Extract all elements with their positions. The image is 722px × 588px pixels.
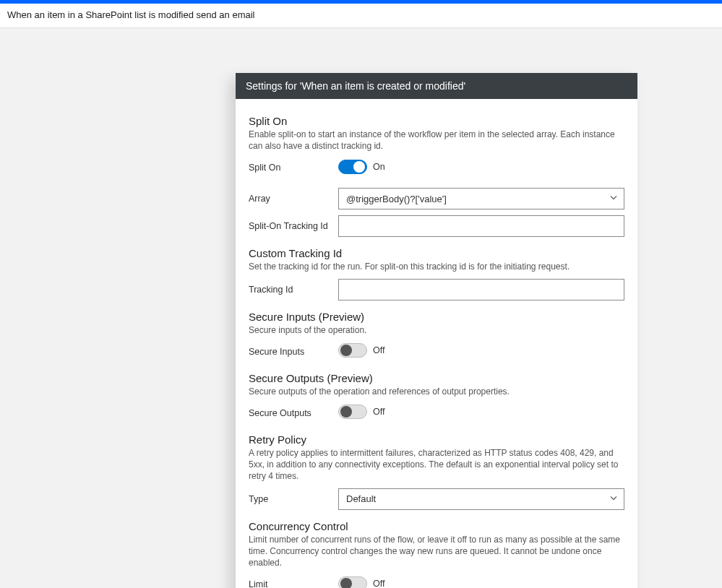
retry-policy-desc: A retry policy applies to intermittent f… bbox=[249, 447, 624, 483]
concurrency-title: Concurrency Control bbox=[249, 520, 624, 532]
array-label: Array bbox=[249, 194, 338, 204]
breadcrumb: When an item in a SharePoint list is mod… bbox=[0, 4, 722, 28]
retry-type-dropdown[interactable]: Default bbox=[338, 488, 624, 510]
panel-title: Settings for 'When an item is created or… bbox=[236, 73, 637, 99]
retry-type-value: Default bbox=[346, 493, 376, 504]
flow-canvas: Settings for 'When an item is created or… bbox=[0, 28, 722, 588]
secure-inputs-desc: Secure inputs of the operation. bbox=[249, 324, 624, 336]
custom-tracking-title: Custom Tracking Id bbox=[249, 247, 624, 259]
secure-outputs-state: Off bbox=[373, 407, 384, 417]
concurrency-toggle[interactable] bbox=[338, 576, 367, 588]
split-on-tracking-id-label: Split-On Tracking Id bbox=[249, 221, 338, 231]
secure-inputs-toggle[interactable] bbox=[338, 343, 367, 358]
array-dropdown-value: @triggerBody()?['value'] bbox=[346, 194, 447, 204]
split-on-desc: Enable split-on to start an instance of … bbox=[249, 129, 624, 152]
secure-outputs-title: Secure Outputs (Preview) bbox=[249, 372, 624, 384]
secure-outputs-label: Secure Outputs bbox=[249, 408, 338, 418]
settings-panel: Settings for 'When an item is created or… bbox=[236, 73, 637, 588]
split-on-toggle-label: Split On bbox=[249, 163, 338, 173]
split-on-tracking-id-input[interactable] bbox=[338, 215, 624, 237]
split-on-title: Split On bbox=[249, 115, 624, 127]
secure-inputs-title: Secure Inputs (Preview) bbox=[249, 311, 624, 323]
chevron-down-icon bbox=[609, 493, 618, 504]
tracking-id-input[interactable] bbox=[338, 279, 624, 301]
concurrency-desc: Limit number of concurrent runs of the f… bbox=[249, 534, 624, 569]
panel-body: Split On Enable split-on to start an ins… bbox=[236, 99, 637, 588]
split-on-toggle-state: On bbox=[373, 162, 385, 172]
concurrency-state: Off bbox=[373, 579, 384, 588]
array-dropdown[interactable]: @triggerBody()?['value'] bbox=[338, 188, 624, 209]
secure-outputs-toggle[interactable] bbox=[338, 405, 367, 419]
retry-policy-title: Retry Policy bbox=[249, 433, 624, 446]
split-on-toggle[interactable] bbox=[338, 160, 367, 174]
secure-inputs-state: Off bbox=[373, 345, 384, 355]
secure-inputs-label: Secure Inputs bbox=[249, 347, 338, 357]
retry-type-label: Type bbox=[249, 494, 338, 504]
chevron-down-icon bbox=[609, 194, 618, 204]
concurrency-label: Limit bbox=[249, 579, 338, 588]
custom-tracking-desc: Set the tracking id for the run. For spl… bbox=[249, 261, 624, 272]
secure-outputs-desc: Secure outputs of the operation and refe… bbox=[249, 386, 624, 397]
tracking-id-label: Tracking Id bbox=[249, 285, 338, 295]
